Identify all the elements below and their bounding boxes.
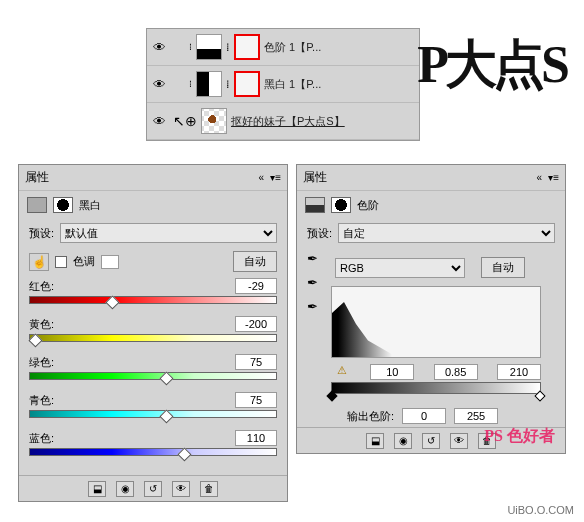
layer-row-image[interactable]: 👁 ↖⊕ 抠好的妹子【P大点S】 bbox=[147, 103, 419, 140]
panel-title-row: 色阶 bbox=[297, 191, 565, 219]
cursor-move-icon: ↖⊕ bbox=[173, 113, 197, 129]
panel-adjustment-title: 色阶 bbox=[357, 198, 379, 213]
panel-menu-icon[interactable]: ▾≡ bbox=[548, 172, 559, 183]
panel-collapse-icon[interactable]: « bbox=[537, 172, 543, 183]
layer-name[interactable]: 抠好的妹子【P大点S】 bbox=[231, 114, 345, 129]
layer-name[interactable]: 色阶 1【P... bbox=[264, 40, 321, 55]
warning-icon: ⚠ bbox=[337, 364, 351, 380]
visibility-eye-icon[interactable]: 👁 bbox=[151, 39, 167, 55]
adjustment-thumb-bw[interactable] bbox=[196, 71, 222, 97]
output-gradient[interactable] bbox=[331, 382, 541, 394]
slider-value[interactable]: 75 bbox=[235, 354, 277, 370]
mask-link-icon: ⁞ bbox=[226, 78, 230, 91]
tint-label: 色调 bbox=[73, 254, 95, 269]
preset-select[interactable]: 默认值 bbox=[60, 223, 277, 243]
slider-track[interactable] bbox=[29, 448, 277, 460]
auto-button[interactable]: 自动 bbox=[481, 257, 525, 278]
input-black[interactable] bbox=[370, 364, 414, 380]
preset-select[interactable]: 自定 bbox=[338, 223, 555, 243]
black-point-eyedropper-icon[interactable]: ✒ bbox=[307, 251, 323, 267]
brand-logo: P大点S bbox=[417, 30, 566, 100]
clip-to-layer-icon[interactable]: ⬓ bbox=[366, 433, 384, 449]
visibility-eye-icon[interactable]: 👁 bbox=[151, 113, 167, 129]
levels-adjustment-icon bbox=[305, 197, 325, 213]
panel-footer: ⬓ ◉ ↺ 👁 🗑 bbox=[297, 427, 565, 453]
slider-label: 黄色: bbox=[29, 317, 54, 332]
watermark-url: UiBO.O.COM bbox=[507, 504, 574, 516]
tint-row: ☝ 色调 自动 bbox=[19, 247, 287, 276]
slider-value[interactable]: 75 bbox=[235, 392, 277, 408]
panel-header-title: 属性 bbox=[303, 169, 327, 186]
tint-checkbox[interactable] bbox=[55, 256, 67, 268]
channel-select[interactable]: RGB bbox=[335, 258, 465, 278]
view-previous-icon[interactable]: ◉ bbox=[116, 481, 134, 497]
output-label: 输出色阶: bbox=[347, 409, 394, 424]
layer-row-bw[interactable]: 👁 ⁞ ⁞ 黑白 1【P... bbox=[147, 66, 419, 103]
adjustment-thumb-levels[interactable] bbox=[196, 34, 222, 60]
view-previous-icon[interactable]: ◉ bbox=[394, 433, 412, 449]
tint-swatch[interactable] bbox=[101, 255, 119, 269]
layers-panel: 👁 ⁞ ⁞ 色阶 1【P... 👁 ⁞ ⁞ 黑白 1【P... 👁 ↖⊕ 抠好的… bbox=[146, 28, 420, 141]
output-black[interactable] bbox=[402, 408, 446, 424]
layer-row-levels[interactable]: 👁 ⁞ ⁞ 色阶 1【P... bbox=[147, 29, 419, 66]
reset-icon[interactable]: ↺ bbox=[422, 433, 440, 449]
slider-track[interactable] bbox=[29, 372, 277, 384]
slider-label: 红色: bbox=[29, 279, 54, 294]
panel-header-title: 属性 bbox=[25, 169, 49, 186]
input-levels-row: ⚠ bbox=[331, 364, 541, 380]
input-gamma[interactable] bbox=[434, 364, 478, 380]
slider-track[interactable] bbox=[29, 410, 277, 422]
panel-title-row: 黑白 bbox=[19, 191, 287, 219]
slider-blue: 蓝色:110 bbox=[19, 428, 287, 466]
layer-name[interactable]: 黑白 1【P... bbox=[264, 77, 321, 92]
slider-value[interactable]: 110 bbox=[235, 430, 277, 446]
slider-value[interactable]: -200 bbox=[235, 316, 277, 332]
visibility-eye-icon[interactable]: 👁 bbox=[151, 76, 167, 92]
mask-icon[interactable] bbox=[53, 197, 73, 213]
panel-footer: ⬓ ◉ ↺ 👁 🗑 bbox=[19, 475, 287, 501]
gray-point-eyedropper-icon[interactable]: ✒ bbox=[307, 275, 323, 291]
input-white[interactable] bbox=[497, 364, 541, 380]
auto-button[interactable]: 自动 bbox=[233, 251, 277, 272]
panel-header: 属性 « ▾≡ bbox=[19, 165, 287, 191]
output-white[interactable] bbox=[454, 408, 498, 424]
clip-to-layer-icon[interactable]: ⬓ bbox=[88, 481, 106, 497]
link-icon: ⁞ bbox=[189, 79, 192, 89]
slider-value[interactable]: -29 bbox=[235, 278, 277, 294]
preset-label: 预设: bbox=[307, 226, 332, 241]
panel-collapse-icon[interactable]: « bbox=[259, 172, 265, 183]
layer-mask-thumb[interactable] bbox=[234, 71, 260, 97]
slider-label: 蓝色: bbox=[29, 431, 54, 446]
output-black-handle[interactable] bbox=[326, 390, 337, 401]
preset-row: 预设: 自定 bbox=[297, 219, 565, 247]
slider-track[interactable] bbox=[29, 296, 277, 308]
preset-row: 预设: 默认值 bbox=[19, 219, 287, 247]
toggle-visibility-icon[interactable]: 👁 bbox=[172, 481, 190, 497]
channel-row: RGB 自动 bbox=[335, 257, 555, 278]
slider-green: 绿色:75 bbox=[19, 352, 287, 390]
layer-thumb-image[interactable] bbox=[201, 108, 227, 134]
targeted-adjust-icon[interactable]: ☝ bbox=[29, 253, 49, 271]
output-white-handle[interactable] bbox=[534, 390, 545, 401]
histogram[interactable] bbox=[331, 286, 541, 358]
delete-icon[interactable]: 🗑 bbox=[478, 433, 496, 449]
eyedropper-column: ✒ ✒ ✒ bbox=[307, 251, 323, 315]
panel-adjustment-title: 黑白 bbox=[79, 198, 101, 213]
slider-yellow: 黄色:-200 bbox=[19, 314, 287, 352]
mask-icon[interactable] bbox=[331, 197, 351, 213]
slider-track[interactable] bbox=[29, 334, 277, 346]
layer-mask-thumb[interactable] bbox=[234, 34, 260, 60]
toggle-visibility-icon[interactable]: 👁 bbox=[450, 433, 468, 449]
panel-menu-icon[interactable]: ▾≡ bbox=[270, 172, 281, 183]
link-icon: ⁞ bbox=[189, 42, 192, 52]
mask-link-icon: ⁞ bbox=[226, 41, 230, 54]
delete-icon[interactable]: 🗑 bbox=[200, 481, 218, 497]
slider-red: 红色:-29 bbox=[19, 276, 287, 314]
properties-panel-levels: 属性 « ▾≡ 色阶 预设: 自定 RGB 自动 ✒ ✒ ✒ ⚠ bbox=[296, 164, 566, 454]
bw-adjustment-icon bbox=[27, 197, 47, 213]
preset-label: 预设: bbox=[29, 226, 54, 241]
reset-icon[interactable]: ↺ bbox=[144, 481, 162, 497]
white-point-eyedropper-icon[interactable]: ✒ bbox=[307, 299, 323, 315]
slider-cyan: 青色:75 bbox=[19, 390, 287, 428]
panel-header: 属性 « ▾≡ bbox=[297, 165, 565, 191]
